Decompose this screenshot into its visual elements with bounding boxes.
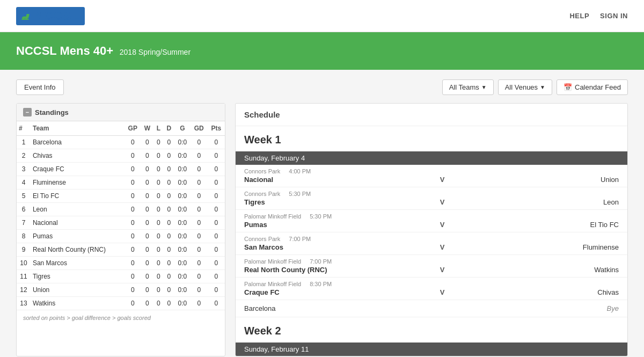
all-venues-button[interactable]: All Venues ▼ <box>498 79 552 95</box>
cell-l: 0 <box>153 230 164 243</box>
cell-w: 0 <box>141 297 153 310</box>
cell-gd: 0 <box>191 230 208 243</box>
cell-gp: 0 <box>125 243 141 257</box>
cell-d: 0 <box>164 149 174 163</box>
event-info-button[interactable]: Event Info <box>16 79 64 95</box>
cell-pts: 0 <box>208 283 225 297</box>
schedule-header: Schedule <box>236 104 627 126</box>
cell-pts: 0 <box>208 136 225 149</box>
cell-gp: 0 <box>125 136 141 149</box>
cell-gd: 0 <box>191 149 208 163</box>
calendar-icon: 📅 <box>564 83 572 91</box>
banner-title: NCCSL Mens 40+ <box>16 44 113 57</box>
cell-w: 0 <box>141 216 153 230</box>
cell-gp: 0 <box>125 283 141 297</box>
cell-team: Pumas <box>31 230 125 243</box>
match-away-team: Union <box>544 176 619 184</box>
match-vs: V <box>341 288 544 296</box>
cell-l: 0 <box>153 176 164 190</box>
cell-d: 0 <box>164 243 174 257</box>
cell-d: 0 <box>164 283 174 297</box>
cell-rank: 8 <box>17 230 31 243</box>
cell-pts: 0 <box>208 190 225 203</box>
cell-pts: 0 <box>208 216 225 230</box>
table-row: 11 Tigres 0 0 0 0 0:0 0 0 <box>17 270 225 283</box>
match-block: Connors Park 5:30 PM Tigres V Leon <box>236 187 627 210</box>
col-gp: GP <box>125 121 141 136</box>
match-teams: Tigres V Leon <box>244 198 619 206</box>
cell-rank: 9 <box>17 243 31 257</box>
cell-gd: 0 <box>191 270 208 283</box>
help-link[interactable]: HELP <box>569 12 589 20</box>
table-row: 5 El Tio FC 0 0 0 0 0:0 0 0 <box>17 190 225 203</box>
table-row: 1 Barcelona 0 0 0 0 0:0 0 0 <box>17 136 225 149</box>
cell-l: 0 <box>153 136 164 149</box>
cell-w: 0 <box>141 149 153 163</box>
standings-toggle-button[interactable]: − <box>23 108 32 116</box>
cell-w: 0 <box>141 243 153 257</box>
standings-table: # Team GP W L D G GD Pts 1 Barcelona 0 <box>17 121 225 310</box>
cell-g: 0:0 <box>174 149 191 163</box>
cell-gd: 0 <box>191 176 208 190</box>
match-venue-time: Connors Park 7:00 PM <box>244 236 619 242</box>
schedule-content: Week 1Sunday, February 4 Connors Park 4:… <box>236 126 627 356</box>
match-vs: V <box>341 176 544 184</box>
all-venues-caret-icon: ▼ <box>540 84 545 90</box>
cell-w: 0 <box>141 163 153 176</box>
cell-gp: 0 <box>125 149 141 163</box>
cell-d: 0 <box>164 203 174 216</box>
cell-gd: 0 <box>191 283 208 297</box>
match-time: 7:00 PM <box>289 236 311 242</box>
cell-rank: 13 <box>17 297 31 310</box>
cell-g: 0:0 <box>174 216 191 230</box>
cell-team: Union <box>31 283 125 297</box>
match-venue-time: Connors Park 4:00 PM <box>244 168 619 174</box>
match-time: 7:00 PM <box>310 258 332 265</box>
cell-team: Nacional <box>31 216 125 230</box>
match-home-team: Pumas <box>244 221 341 229</box>
topnav: ⛸ NCCSL HELP SIGN IN <box>0 0 644 32</box>
cell-d: 0 <box>164 230 174 243</box>
logo: ⛸ NCCSL <box>16 7 85 25</box>
date-row: Sunday, February 11 <box>236 343 627 356</box>
match-time: 5:30 PM <box>310 213 332 220</box>
match-home-team: San Marcos <box>244 243 341 251</box>
match-home-team: Real North County (RNC) <box>244 266 341 274</box>
table-row: 3 Craque FC 0 0 0 0 0:0 0 0 <box>17 163 225 176</box>
cell-g: 0:0 <box>174 163 191 176</box>
match-teams: Pumas V El Tio FC <box>244 221 619 229</box>
cell-g: 0:0 <box>174 230 191 243</box>
cell-w: 0 <box>141 190 153 203</box>
all-teams-button[interactable]: All Teams ▼ <box>442 79 494 95</box>
match-venue-time: Palomar Minkoff Field 7:00 PM <box>244 258 619 265</box>
cell-g: 0:0 <box>174 176 191 190</box>
cell-g: 0:0 <box>174 190 191 203</box>
main-content: Event Info All Teams ▼ All Venues ▼ 📅 Ca… <box>0 70 644 357</box>
cell-rank: 11 <box>17 270 31 283</box>
signin-link[interactable]: SIGN IN <box>600 12 628 20</box>
table-row: 9 Real North County (RNC) 0 0 0 0 0:0 0 … <box>17 243 225 257</box>
cell-d: 0 <box>164 176 174 190</box>
table-row: 6 Leon 0 0 0 0 0:0 0 0 <box>17 203 225 216</box>
table-row: 8 Pumas 0 0 0 0 0:0 0 0 <box>17 230 225 243</box>
cell-gd: 0 <box>191 257 208 270</box>
col-team: Team <box>31 121 125 136</box>
cell-team: Tigres <box>31 270 125 283</box>
cell-rank: 12 <box>17 283 31 297</box>
bye-block: Barcelona Bye <box>236 300 627 317</box>
col-w: W <box>141 121 153 136</box>
cell-pts: 0 <box>208 297 225 310</box>
logo-badge: ⛸ NCCSL <box>16 7 85 25</box>
cell-pts: 0 <box>208 176 225 190</box>
cell-gd: 0 <box>191 163 208 176</box>
match-away-team: Fluminense <box>544 243 619 251</box>
match-venue: Palomar Minkoff Field <box>244 258 301 265</box>
match-venue: Palomar Minkoff Field <box>244 281 301 287</box>
standings-header: − Standings <box>17 104 225 121</box>
cell-l: 0 <box>153 283 164 297</box>
calendar-feed-button[interactable]: 📅 Calendar Feed <box>557 79 628 95</box>
match-block: Palomar Minkoff Field 8:30 PM Craque FC … <box>236 278 627 300</box>
cell-g: 0:0 <box>174 257 191 270</box>
cell-pts: 0 <box>208 257 225 270</box>
match-venue-time: Palomar Minkoff Field 5:30 PM <box>244 213 619 220</box>
